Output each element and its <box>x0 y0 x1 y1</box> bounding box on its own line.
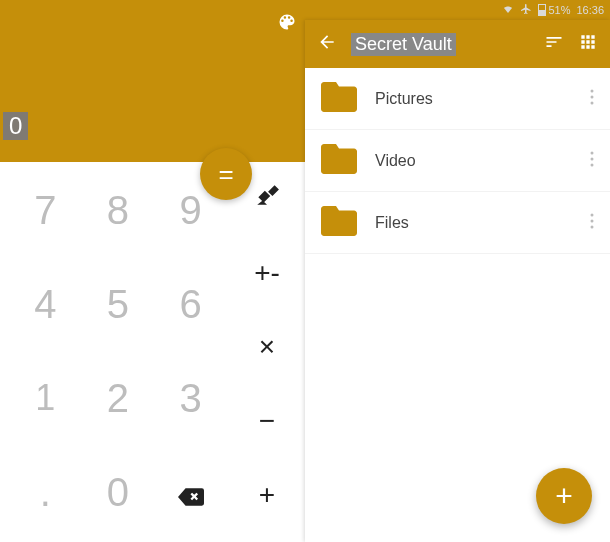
key-1[interactable]: 1 <box>18 376 73 420</box>
key-5[interactable]: 5 <box>91 282 146 326</box>
vault-title: Secret Vault <box>351 33 456 56</box>
battery-icon <box>538 4 546 16</box>
backspace-icon[interactable] <box>163 470 218 514</box>
op-minus[interactable]: − <box>259 406 275 436</box>
add-fab[interactable]: + <box>536 468 592 524</box>
folder-list: Pictures Video Files <box>305 68 610 254</box>
wifi-icon <box>502 3 514 17</box>
key-3[interactable]: 3 <box>163 376 218 420</box>
key-8[interactable]: 8 <box>91 188 146 232</box>
battery-indicator: 51% <box>538 4 570 16</box>
more-vert-icon[interactable] <box>590 151 594 171</box>
folder-row[interactable]: Files <box>305 192 610 254</box>
folder-label: Video <box>375 152 572 170</box>
op-plus[interactable]: + <box>259 480 275 510</box>
calculator-body: 7 8 9 4 5 6 1 2 3 . 0 +- × − + <box>0 162 305 542</box>
more-vert-icon[interactable] <box>590 213 594 233</box>
key-2[interactable]: 2 <box>91 376 146 420</box>
more-vert-icon[interactable] <box>590 89 594 109</box>
svg-point-6 <box>591 213 594 216</box>
op-multiply[interactable]: × <box>259 332 275 362</box>
calculator-panel: 0 = 7 8 9 4 5 6 1 2 3 . 0 +- × − + <box>0 0 305 542</box>
folder-icon <box>321 144 357 178</box>
operator-column: +- × − + <box>247 182 287 510</box>
key-0[interactable]: 0 <box>91 470 146 514</box>
svg-point-8 <box>591 225 594 228</box>
calculator-display-area: 0 <box>0 0 305 162</box>
svg-point-3 <box>591 151 594 154</box>
svg-point-0 <box>591 89 594 92</box>
folder-icon <box>321 206 357 240</box>
vault-toolbar: Secret Vault <box>305 20 610 68</box>
clear-icon[interactable] <box>254 182 280 214</box>
calculator-display: 0 <box>3 112 28 140</box>
airplane-icon <box>520 3 532 17</box>
key-4[interactable]: 4 <box>18 282 73 326</box>
svg-point-2 <box>591 101 594 104</box>
sort-icon[interactable] <box>544 32 564 56</box>
grid-view-icon[interactable] <box>578 32 598 56</box>
key-dot[interactable]: . <box>18 470 73 514</box>
key-6[interactable]: 6 <box>163 282 218 326</box>
svg-point-4 <box>591 157 594 160</box>
equals-button[interactable]: = <box>200 148 252 200</box>
battery-pct: 51% <box>548 4 570 16</box>
key-7[interactable]: 7 <box>18 188 73 232</box>
folder-row[interactable]: Video <box>305 130 610 192</box>
svg-point-5 <box>591 163 594 166</box>
svg-point-1 <box>591 95 594 98</box>
svg-point-7 <box>591 219 594 222</box>
palette-icon[interactable] <box>277 12 297 36</box>
folder-row[interactable]: Pictures <box>305 68 610 130</box>
op-plusminus[interactable]: +- <box>254 258 280 288</box>
folder-icon <box>321 82 357 116</box>
back-icon[interactable] <box>317 32 337 56</box>
numeric-keypad: 7 8 9 4 5 6 1 2 3 . 0 <box>18 188 218 514</box>
clock-time: 16:36 <box>576 4 604 16</box>
vault-panel: Secret Vault Pictures Video <box>305 20 610 542</box>
folder-label: Files <box>375 214 572 232</box>
folder-label: Pictures <box>375 90 572 108</box>
